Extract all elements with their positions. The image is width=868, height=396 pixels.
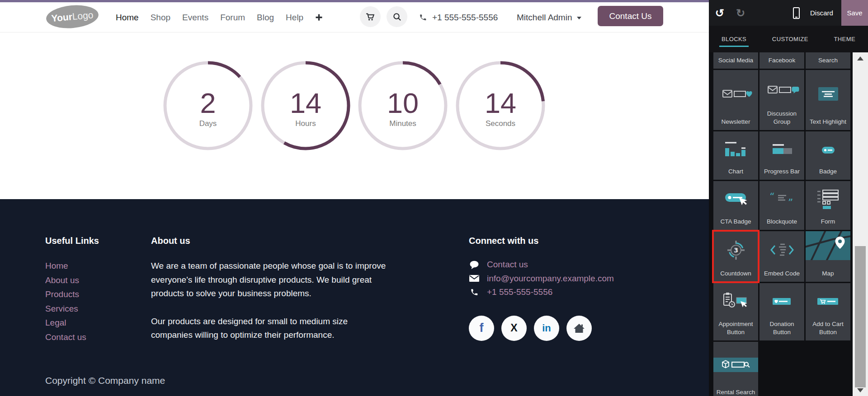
footer-useful-links: Useful Links Home About us Products Serv…: [45, 236, 99, 345]
linkedin-icon: in: [542, 322, 551, 334]
block-appointment-button[interactable]: Appointment Button: [713, 283, 758, 340]
countdown-dial-days: 2Days: [163, 61, 253, 150]
connect-email-link[interactable]: info@yourcompany.example.com: [487, 272, 614, 286]
cart-icon: [366, 13, 375, 21]
countdown-section[interactable]: 2Days 14Hours 10Minutes 14Seconds: [0, 33, 709, 199]
footer-link[interactable]: Services: [45, 304, 78, 313]
countdown-unit-seconds: Seconds: [486, 119, 515, 128]
svg-text:“: “: [769, 191, 774, 202]
logo-text-light: Logo: [72, 9, 94, 22]
block-map[interactable]: Map: [806, 231, 850, 282]
tab-theme[interactable]: THEME: [834, 36, 855, 42]
nav-phone-link[interactable]: +1 555-555-5556: [419, 2, 498, 33]
footer-link-contact: Contact us: [45, 331, 99, 345]
footer-link-about: About us: [45, 274, 99, 288]
footer-connect: Connect with us Contact us info@yourcomp…: [469, 236, 614, 341]
about-paragraph-1: We are a team of passionate people whose…: [151, 259, 392, 301]
facebook-icon: f: [480, 321, 484, 335]
cta-badge-icon: [717, 188, 755, 210]
redo-icon[interactable]: ↻: [736, 0, 745, 26]
menu-item-events[interactable]: Events: [182, 13, 208, 23]
block-chart[interactable]: Chart: [713, 131, 758, 180]
footer-link[interactable]: Products: [45, 289, 79, 299]
cart-button[interactable]: [360, 6, 381, 27]
block-form[interactable]: Form: [806, 181, 850, 230]
builder-tabs: BLOCKS CUSTOMIZE THEME: [709, 26, 868, 52]
block-badge[interactable]: Badge: [806, 131, 850, 180]
block-discussion-group[interactable]: Discussion Group: [760, 70, 804, 130]
website-home-link[interactable]: [566, 316, 592, 341]
block-embed-code[interactable]: Embed Code: [760, 231, 804, 282]
block-social-media[interactable]: Social Media: [713, 52, 758, 69]
user-name: Mitchell Admin: [517, 13, 572, 23]
useful-links-title: Useful Links: [45, 236, 99, 246]
site-footer: Useful Links Home About us Products Serv…: [0, 199, 709, 396]
copyright-text: Copyright © Company name: [45, 375, 165, 386]
connect-phone-link[interactable]: +1 555-555-5556: [487, 285, 552, 299]
footer-link-home: Home: [45, 259, 99, 274]
discussion-group-icon: [764, 79, 801, 101]
text-highlight-icon: [810, 83, 847, 105]
discard-button[interactable]: Discard: [810, 0, 833, 26]
menu-item-shop[interactable]: Shop: [151, 13, 170, 23]
footer-link[interactable]: Home: [45, 261, 68, 270]
social-links: f X in: [469, 316, 614, 341]
countdown-value-days: 2: [200, 89, 216, 117]
scrollbar-thumb[interactable]: [855, 246, 866, 387]
countdown-value-hours: 14: [290, 89, 321, 117]
tab-blocks[interactable]: BLOCKS: [722, 36, 746, 42]
connect-contact-link[interactable]: Contact us: [487, 258, 528, 272]
add-page-icon[interactable]: [315, 14, 323, 21]
contact-us-button[interactable]: Contact Us: [598, 6, 663, 26]
footer-link[interactable]: Contact us: [45, 332, 86, 342]
phone-icon: [419, 14, 427, 21]
linkedin-link[interactable]: in: [534, 316, 559, 341]
block-countdown[interactable]: 3 Countdown: [713, 231, 758, 282]
block-progress-bar[interactable]: Progress Bar: [760, 131, 804, 180]
blockquote-icon: “ ”: [764, 188, 801, 210]
block-add-to-cart-button[interactable]: Add to Cart Button: [806, 283, 850, 340]
footer-link[interactable]: About us: [45, 275, 79, 285]
save-button[interactable]: Save: [841, 0, 868, 26]
countdown-dial-hours: 14Hours: [261, 61, 350, 150]
footer-link-services: Services: [45, 302, 99, 317]
chart-icon: [717, 139, 755, 160]
user-menu[interactable]: Mitchell Admin: [517, 2, 581, 33]
blocks-grid: Social Media Facebook Search Newsletter: [713, 52, 850, 396]
donation-button-icon: [764, 290, 801, 313]
block-text-highlight[interactable]: Text Highlight: [806, 70, 850, 130]
undo-icon[interactable]: ↺: [715, 0, 724, 26]
block-rental-search[interactable]: Rental Search: [713, 342, 758, 396]
main-menu: Home Shop Events Forum Blog Help: [116, 2, 323, 33]
menu-item-help[interactable]: Help: [286, 13, 303, 23]
footer-link[interactable]: Legal: [45, 318, 66, 327]
menu-item-blog[interactable]: Blog: [257, 13, 274, 23]
countdown-value-minutes: 10: [387, 89, 419, 117]
block-blockquote[interactable]: “ ” Blockquote: [760, 181, 804, 230]
scroll-up-icon[interactable]: [853, 53, 868, 63]
embed-code-icon: [764, 238, 801, 262]
map-icon: [806, 231, 850, 260]
connect-email-row: info@yourcompany.example.com: [469, 272, 614, 286]
menu-item-forum[interactable]: Forum: [220, 13, 245, 23]
block-newsletter[interactable]: Newsletter: [713, 70, 758, 130]
tab-customize[interactable]: CUSTOMIZE: [772, 36, 808, 42]
menu-item-home[interactable]: Home: [116, 13, 139, 23]
connect-title: Connect with us: [469, 236, 614, 246]
block-facebook[interactable]: Facebook: [760, 52, 804, 69]
logo-text-bold: Your: [51, 11, 73, 24]
facebook-link[interactable]: f: [469, 316, 494, 341]
builder-toolbar: ↺ ↻ Discard Save: [709, 0, 868, 26]
mobile-preview-icon[interactable]: [793, 0, 800, 26]
block-search[interactable]: Search: [806, 52, 850, 69]
site-logo[interactable]: YourLogo: [45, 3, 99, 30]
panel-scrollbar[interactable]: [853, 52, 868, 396]
x-twitter-link[interactable]: X: [501, 316, 527, 341]
block-donation-button[interactable]: Donation Button: [760, 283, 804, 340]
search-button[interactable]: [387, 6, 407, 27]
scroll-down-icon[interactable]: [853, 385, 868, 395]
odoo-website-editor: YourLogo Home Shop Events Forum Blog Hel…: [0, 0, 868, 396]
connect-phone-row: +1 555-555-5556: [469, 285, 614, 299]
block-cta-badge[interactable]: CTA Badge: [713, 181, 758, 230]
home-icon: [573, 323, 585, 334]
